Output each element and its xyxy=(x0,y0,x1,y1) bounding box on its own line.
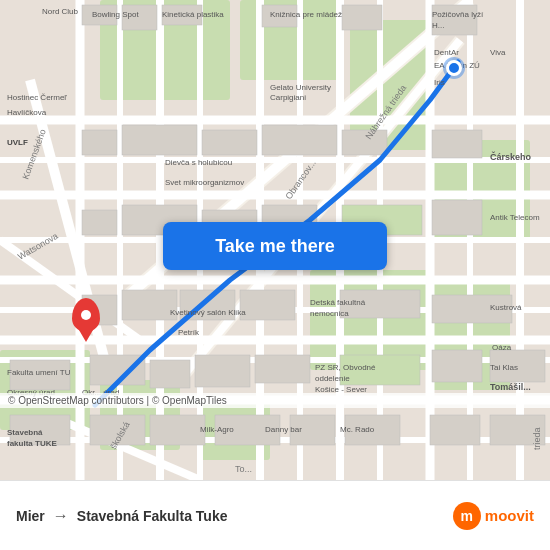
svg-text:Viva: Viva xyxy=(490,48,506,57)
svg-text:Kinetická plastika: Kinetická plastika xyxy=(162,10,224,19)
moovit-logo: m moovit xyxy=(453,502,534,530)
svg-rect-64 xyxy=(150,360,190,388)
svg-rect-66 xyxy=(255,355,310,383)
svg-text:PZ SR, Obvodné: PZ SR, Obvodné xyxy=(315,363,376,372)
svg-rect-72 xyxy=(150,415,205,445)
take-me-there-button[interactable]: Take me there xyxy=(163,222,387,270)
svg-text:trieda: trieda xyxy=(532,427,542,450)
svg-text:Fakulta umení TU: Fakulta umení TU xyxy=(7,368,71,377)
svg-text:Požičovňa lyží: Požičovňa lyží xyxy=(432,10,484,19)
svg-rect-46 xyxy=(202,130,257,155)
map-container: Bowling Spot Nord Club Kinetická plastik… xyxy=(0,0,550,480)
svg-text:Kvetinový salón Klika: Kvetinový salón Klika xyxy=(170,308,246,317)
svg-text:Antik Telecom: Antik Telecom xyxy=(490,213,540,222)
moovit-icon: m xyxy=(453,502,481,530)
bottom-bar: Mier → Stavebná Fakulta Tuke m moovit xyxy=(0,480,550,550)
svg-text:H...: H... xyxy=(432,21,444,30)
route-to: Stavebná Fakulta Tuke xyxy=(77,508,228,524)
svg-text:To...: To... xyxy=(235,464,252,474)
destination-marker xyxy=(446,60,462,76)
svg-text:Tomášil...: Tomášil... xyxy=(490,382,531,392)
svg-rect-44 xyxy=(82,130,117,155)
svg-text:Oáza: Oáza xyxy=(492,343,512,352)
svg-rect-55 xyxy=(432,200,482,235)
svg-rect-65 xyxy=(195,355,250,387)
svg-text:oddelenie: oddelenie xyxy=(315,374,350,383)
svg-text:Danny bar: Danny bar xyxy=(265,425,302,434)
svg-text:Kustrová: Kustrová xyxy=(490,303,522,312)
route-info: Mier → Stavebná Fakulta Tuke xyxy=(16,507,453,525)
svg-text:Mc. Rado: Mc. Rado xyxy=(340,425,375,434)
svg-text:Gelato University: Gelato University xyxy=(270,83,331,92)
svg-rect-45 xyxy=(122,125,197,155)
svg-text:DentAr: DentAr xyxy=(434,48,459,57)
svg-text:Nord Club: Nord Club xyxy=(42,7,79,16)
svg-rect-42 xyxy=(342,5,382,30)
svg-text:Hostinec Čermeľ: Hostinec Čermeľ xyxy=(7,93,67,102)
svg-text:Stavebná: Stavebná xyxy=(7,428,43,437)
svg-text:Carpigiani: Carpigiani xyxy=(270,93,306,102)
route-arrow: → xyxy=(53,507,69,525)
svg-rect-50 xyxy=(82,210,117,235)
svg-text:Milk-Agro: Milk-Agro xyxy=(200,425,234,434)
svg-rect-59 xyxy=(240,290,295,320)
svg-text:fakulta TUKE: fakulta TUKE xyxy=(7,439,57,448)
origin-pin xyxy=(72,298,100,332)
svg-rect-68 xyxy=(432,350,482,382)
svg-text:Dievča s holubicou: Dievča s holubicou xyxy=(165,158,232,167)
svg-text:Iris: Iris xyxy=(434,78,445,87)
route-from: Mier xyxy=(16,508,45,524)
svg-text:Svet mikroorganizmov: Svet mikroorganizmov xyxy=(165,178,244,187)
svg-text:Detská fakultná: Detská fakultná xyxy=(310,298,366,307)
svg-rect-47 xyxy=(262,125,337,155)
svg-text:Petrík: Petrík xyxy=(178,328,200,337)
svg-text:Tai  Klas: Tai Klas xyxy=(490,363,518,372)
moovit-text: moovit xyxy=(485,507,534,524)
svg-rect-76 xyxy=(430,415,480,445)
svg-rect-49 xyxy=(432,130,482,158)
svg-rect-57 xyxy=(122,290,177,320)
copyright-text: © OpenStreetMap contributors | © OpenMap… xyxy=(8,395,227,406)
svg-text:nemocnica: nemocnica xyxy=(310,309,349,318)
svg-text:Čárskeho: Čárskeho xyxy=(490,151,532,162)
copyright-bar: © OpenStreetMap contributors | © OpenMap… xyxy=(0,393,550,408)
svg-text:Bowling Spot: Bowling Spot xyxy=(92,10,139,19)
svg-text:UVLF: UVLF xyxy=(7,138,28,147)
svg-text:Havlíčkova: Havlíčkova xyxy=(7,108,47,117)
svg-text:Knižnica pre mládež: Knižnica pre mládež xyxy=(270,10,342,19)
